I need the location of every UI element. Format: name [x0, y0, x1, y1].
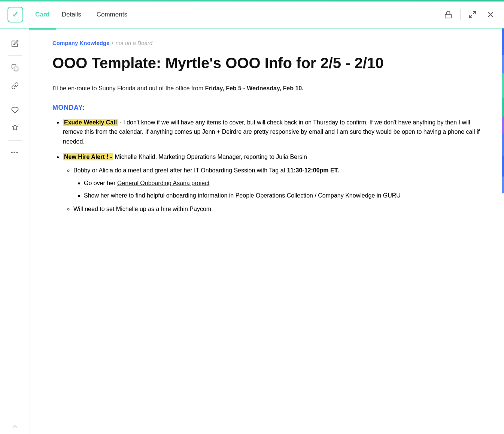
left-sidebar: •••	[0, 28, 30, 434]
strip-3	[502, 73, 504, 98]
header-divider	[460, 9, 461, 20]
tab-comments[interactable]: Comments	[91, 8, 133, 21]
new-hire-sublist: Bobby or Alicia do a meet and greet afte…	[63, 166, 482, 214]
meetgreet-bold: 11:30-12:00pm ET.	[287, 167, 339, 174]
monday-heading: MONDAY:	[52, 104, 482, 112]
breadcrumb-subtext: not on a Board	[116, 40, 152, 46]
strip-8	[502, 177, 504, 193]
intro-bold: Friday, Feb 5 - Wednesday, Feb 10.	[205, 85, 303, 91]
sub-item-paycom: Will need to set Michelle up as a hire w…	[73, 204, 482, 214]
asana-prefix: Go over her	[84, 180, 117, 186]
breadcrumb-link[interactable]: Company Knowledge	[52, 40, 110, 46]
svg-rect-0	[445, 14, 452, 18]
exude-highlight: Exude Weekly Call	[63, 119, 118, 126]
breadcrumb-separator: /	[112, 40, 113, 46]
strip-7	[502, 156, 504, 177]
strip-1	[502, 28, 504, 55]
monday-list: Exude Weekly Call - I don't know if we w…	[52, 118, 482, 214]
header-tabs: Card Details Comments	[29, 8, 133, 21]
tab-card[interactable]: Card	[29, 8, 56, 21]
strip-2	[502, 55, 504, 73]
pin-icon[interactable]	[7, 121, 22, 136]
strip-5	[502, 117, 504, 133]
strip-6	[502, 133, 504, 156]
more-icon[interactable]: •••	[7, 145, 22, 160]
breadcrumb: Company Knowledge / not on a Board	[52, 40, 482, 46]
expand-button[interactable]	[467, 9, 479, 21]
svg-line-2	[470, 15, 472, 18]
paycom-text: Will need to set Michelle up as a hire w…	[73, 206, 211, 212]
tab-details[interactable]: Details	[56, 8, 87, 21]
svg-line-1	[473, 12, 476, 14]
card-intro: I'll be en-route to Sunny Florida and ou…	[52, 84, 482, 93]
checkmark-icon: ✓	[12, 10, 19, 19]
intro-text: I'll be en-route to Sunny Florida and ou…	[52, 85, 205, 91]
edit-icon[interactable]	[7, 36, 22, 51]
header-actions	[442, 9, 497, 21]
lock-button[interactable]	[442, 9, 454, 21]
sidebar-divider-1	[8, 55, 22, 56]
header: ✓ Card Details Comments	[0, 1, 504, 28]
sub-item-meetgreet: Bobby or Alicia do a meet and greet afte…	[73, 166, 482, 201]
sidebar-divider-3	[8, 140, 22, 141]
main-content: Company Knowledge / not on a Board OOO T…	[30, 28, 504, 434]
list-item-exude: Exude Weekly Call - I don't know if we w…	[63, 118, 482, 147]
exude-text: - I don't know if we will have any items…	[63, 119, 480, 145]
tab-divider	[89, 9, 89, 20]
meetgreet-text: Bobby or Alicia do a meet and greet afte…	[73, 167, 287, 174]
list-item-new-hire: New Hire Alert ! - Michelle Khalid, Mark…	[63, 152, 482, 214]
close-button[interactable]	[485, 9, 497, 21]
right-edge-strips	[502, 28, 504, 193]
subsub-item-asana: Go over her General Onboarding Asana pro…	[84, 178, 482, 188]
copy-icon[interactable]	[7, 60, 22, 75]
asana-link[interactable]: General Onboarding Asana project	[117, 180, 209, 186]
bottom-bar	[0, 419, 30, 434]
link-icon[interactable]	[7, 78, 22, 93]
checkbox-button[interactable]: ✓	[7, 7, 23, 22]
sidebar-divider-2	[8, 98, 22, 98]
meetgreet-subsublist: Go over her General Onboarding Asana pro…	[73, 178, 482, 201]
subsub-item-guru: Show her where to find helpful onboardin…	[84, 191, 482, 201]
new-hire-highlight: New Hire Alert ! -	[63, 153, 113, 160]
main-layout: ••• Company Knowledge / not on a Board O…	[0, 28, 504, 434]
svg-rect-5	[14, 67, 18, 71]
heart-icon[interactable]	[7, 103, 22, 118]
guru-text: Show her where to find helpful onboardin…	[84, 192, 401, 199]
strip-4	[502, 98, 504, 117]
new-hire-text: Michelle Khalid, Marketing Operations Ma…	[113, 154, 307, 160]
card-title: OOO Template: Myrtle's OOO Info for 2/5 …	[52, 54, 482, 72]
